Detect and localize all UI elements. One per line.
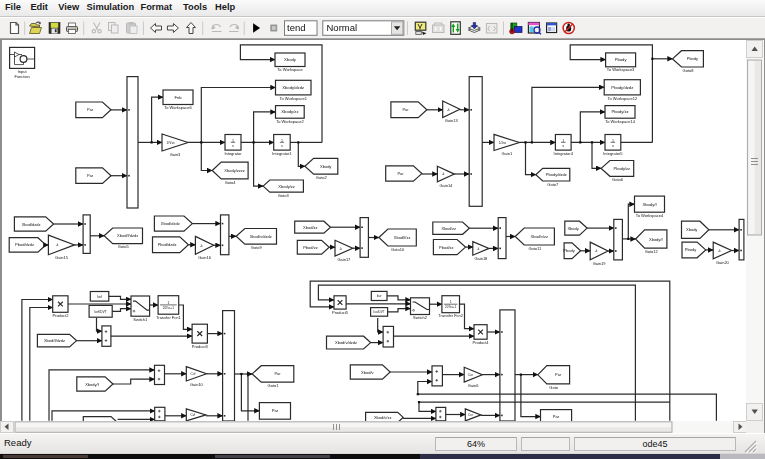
svg-text:Par: Par	[87, 107, 94, 112]
svg-text:Goto7: Goto7	[547, 182, 559, 187]
svg-text:kef: kef	[97, 295, 102, 299]
svg-text:kef/DVT: kef/DVT	[94, 310, 106, 314]
svg-text:Xbod/v/dzdz: Xbod/v/dzdz	[335, 340, 357, 345]
svg-text:Pbody: Pbody	[687, 56, 698, 61]
svg-text:-k: -k	[200, 244, 203, 248]
svg-text:s: s	[281, 144, 283, 148]
svg-text:Integrator4: Integrator4	[554, 151, 574, 156]
svg-text:Xbody: Xbody	[686, 227, 697, 232]
svg-text:Gain18: Gain18	[474, 256, 488, 261]
svg-text:Normal: Normal	[327, 22, 358, 33]
svg-text:Pbody: Pbody	[685, 247, 696, 252]
svg-text:Gain1: Gain1	[501, 151, 512, 156]
svg-text:Gain3: Gain3	[170, 152, 181, 157]
svg-text:Par: Par	[402, 107, 409, 112]
svg-text:Xbod/f/dzdz: Xbod/f/dzdz	[117, 233, 138, 238]
svg-text:To Workspace2: To Workspace2	[276, 119, 304, 124]
svg-text:Xbody: Xbody	[567, 226, 578, 231]
svg-text:Gain17: Gain17	[337, 257, 351, 262]
svg-text:Gain15: Gain15	[55, 255, 69, 260]
svg-text:-k: -k	[56, 243, 59, 247]
svg-text:-k: -k	[339, 247, 342, 251]
svg-text:Xbod/v/zz: Xbod/v/zz	[374, 415, 392, 420]
svg-text:-k: -k	[718, 249, 721, 253]
svg-text:Goto11: Goto11	[528, 246, 542, 251]
svg-text:Goto6: Goto6	[612, 177, 624, 182]
svg-text:Xbody/dzdz: Xbody/dzdz	[282, 85, 304, 90]
svg-text:Par: Par	[272, 408, 279, 413]
svg-text:Xbod/dzdz: Xbod/dzdz	[22, 222, 41, 227]
svg-text:Transfer Fcn2: Transfer Fcn2	[438, 313, 464, 318]
svg-text:Par: Par	[87, 173, 94, 178]
svg-text:Integrator5: Integrator5	[603, 151, 623, 156]
svg-text:1: 1	[450, 300, 452, 304]
svg-text:Xbod/v/dzdz: Xbod/v/dzdz	[250, 234, 272, 239]
svg-text:Goto2: Goto2	[316, 175, 328, 180]
svg-text:Transfer Fcn1: Transfer Fcn1	[156, 315, 182, 320]
svg-text:-k: -k	[595, 249, 598, 253]
svg-text:Xbod/zz: Xbod/zz	[303, 225, 317, 230]
svg-text:1/Jss: 1/Jss	[499, 141, 507, 145]
svg-text:Goto4: Goto4	[225, 180, 237, 185]
svg-text:Product2: Product2	[52, 313, 69, 318]
svg-text:Pbod/zz: Pbod/zz	[439, 245, 453, 250]
svg-text:Xbody/zzzz: Xbody/zzzz	[224, 168, 244, 173]
svg-text:Goto10: Goto10	[391, 247, 405, 252]
svg-text:Par: Par	[397, 171, 404, 176]
svg-text:Goto1: Goto1	[268, 383, 280, 388]
svg-text:s: s	[562, 144, 564, 148]
svg-text:Par: Par	[553, 414, 560, 419]
svg-text:Xbody/f: Xbody/f	[85, 382, 99, 387]
svg-text:Goto: Goto	[549, 385, 558, 390]
svg-text:Product5: Product5	[332, 310, 349, 315]
svg-text:20Tss+1: 20Tss+1	[163, 306, 175, 310]
svg-text:Integrator: Integrator	[224, 151, 242, 156]
svg-text:Switch1: Switch1	[133, 317, 148, 322]
svg-text:To Workspace14: To Workspace14	[605, 119, 635, 124]
svg-text:Xbody: Xbody	[320, 164, 331, 169]
svg-text:To Workspace4: To Workspace4	[636, 213, 664, 218]
svg-text:Pbod/dzdz: Pbod/dzdz	[15, 242, 34, 247]
svg-text:Xbody/zz: Xbody/zz	[281, 109, 298, 114]
svg-text:Xbody: Xbody	[284, 57, 297, 62]
svg-text:Xbody/zz: Xbody/zz	[278, 184, 294, 189]
svg-text:Goto8: Goto8	[683, 68, 695, 73]
svg-text:Par: Par	[555, 372, 562, 377]
svg-text:Integrator1: Integrator1	[272, 151, 292, 156]
svg-text:kur/DVT: kur/DVT	[374, 310, 385, 314]
svg-text:To Workspace6: To Workspace6	[164, 105, 192, 110]
svg-text:-k: -k	[477, 247, 480, 251]
svg-text:Pbody/zz: Pbody/zz	[614, 166, 630, 171]
svg-text:To Workspace3: To Workspace3	[607, 67, 635, 72]
svg-text:To Workspace12: To Workspace12	[607, 96, 637, 101]
svg-text:Xbod/zz: Xbod/zz	[441, 226, 455, 231]
svg-text:Goto5: Goto5	[118, 244, 130, 249]
svg-text:1: 1	[562, 139, 564, 143]
svg-text:Pbod/dzdz: Pbod/dzdz	[158, 242, 177, 247]
svg-text:Xbod/dzdz: Xbod/dzdz	[161, 221, 180, 226]
svg-text:Gain10: Gain10	[190, 382, 204, 387]
svg-text:1: 1	[281, 139, 283, 143]
svg-text:tend: tend	[287, 22, 306, 33]
svg-text:Gain20: Gain20	[716, 260, 730, 265]
svg-text:Goto9: Goto9	[251, 245, 263, 250]
svg-text:Cvf: Cvf	[191, 372, 196, 376]
svg-text:Xbody/f: Xbody/f	[649, 237, 663, 242]
svg-text:Function: Function	[14, 74, 29, 79]
svg-text:Gain19: Gain19	[593, 261, 607, 266]
svg-text:Gain6: Gain6	[468, 383, 479, 388]
svg-text:Pbody: Pbody	[615, 57, 628, 62]
svg-text:Goto3: Goto3	[278, 193, 290, 198]
svg-text:Cvf: Cvf	[190, 413, 195, 417]
svg-text:1/Vss: 1/Vss	[167, 141, 175, 145]
svg-text:1: 1	[232, 139, 234, 143]
svg-text:To Workspace: To Workspace	[277, 67, 303, 72]
svg-text:s: s	[612, 144, 614, 148]
svg-text:Xbod/v/zz: Xbod/v/zz	[531, 234, 549, 239]
svg-text:Goto12: Goto12	[645, 249, 659, 254]
svg-text:-k: -k	[447, 108, 450, 112]
svg-text:Pbody/dzdz: Pbody/dzdz	[546, 172, 567, 177]
svg-text:Par: Par	[274, 371, 281, 376]
svg-text:Switch2: Switch2	[413, 315, 428, 320]
svg-text:1: 1	[612, 139, 614, 143]
